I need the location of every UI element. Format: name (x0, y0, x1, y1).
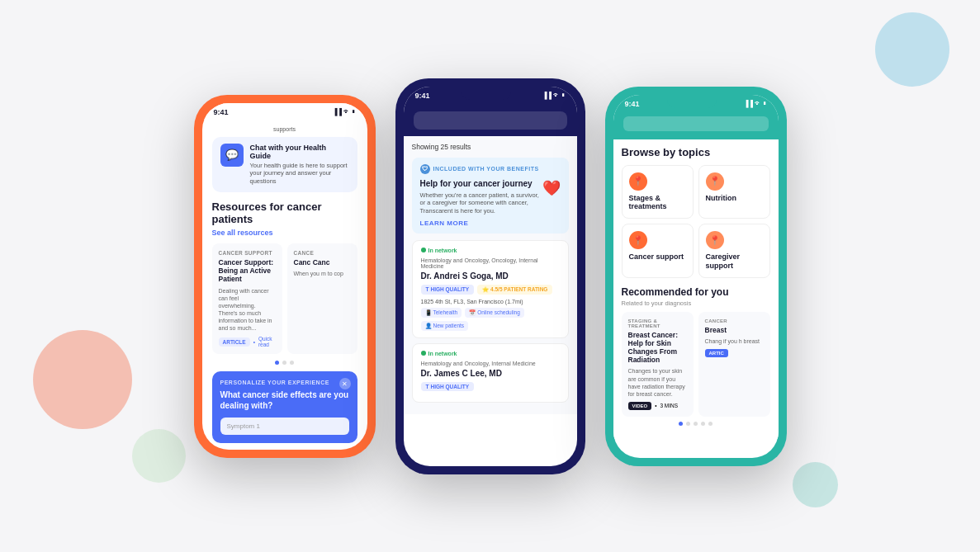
phone-1-status-icons: ▐▐ ᯤ ▮ (333, 108, 356, 116)
article-cards-row: CANCER SUPPORT Cancer Support: Being an … (212, 243, 357, 354)
card-1-title: Cancer Support: Being an Active Patient (219, 258, 276, 284)
rec-pagination-dots (622, 422, 770, 426)
rec-dot-5 (708, 422, 713, 426)
chat-text: Chat with your Health Guide Your health … (250, 144, 349, 186)
rec-card-2-tag: CANCER (705, 318, 764, 323)
rec-dot-2 (686, 422, 690, 426)
benefit-title: Help for your cancer journey (420, 179, 542, 188)
rec-card-1[interactable]: STAGING & TREATMENT Breast Cancer: Help … (622, 312, 694, 417)
topic-card-nutrition[interactable]: 📍 Nutrition (698, 165, 770, 219)
article-card-1[interactable]: CANCER SUPPORT Cancer Support: Being an … (212, 243, 282, 354)
quality-t-icon-2: T (426, 384, 429, 389)
supports-label: supports (212, 126, 357, 132)
heart-icon: ❤️ (542, 179, 561, 197)
recommended-section: Recommended for you Related to your diag… (622, 286, 770, 426)
network-dot-1 (421, 248, 426, 252)
phones-container: 9:41 ▐▐ ᯤ ▮ supports 💬 Chat with your He… (0, 0, 980, 552)
article-card-2[interactable]: CANCE Canc Canc When you m to cop (287, 243, 357, 354)
phone-2-status-icons: ▐▐ ᯤ ▮ (542, 92, 566, 99)
benefit-text: Help for your cancer journey Whether you… (420, 179, 542, 227)
card-1-badge: ARTICLE (219, 337, 250, 347)
in-network-1: In network (421, 248, 560, 253)
doctor-1-address: 1825 4th St, FL3, San Francisco (1.7mi) (421, 299, 560, 304)
close-button[interactable]: ✕ (339, 378, 351, 389)
in-network-2: In network (421, 351, 560, 356)
personalize-tag: PERSONALIZE YOUR EXPERIENCE (220, 380, 349, 385)
rec-dot-3 (694, 422, 698, 426)
network-label-1: In network (428, 248, 457, 253)
cancer-support-icon: 📍 (629, 231, 647, 249)
card-pagination-dots (212, 361, 357, 365)
nutrition-label: Nutrition (706, 194, 763, 203)
feature-new-patients: 👤 New patients (421, 321, 469, 331)
quality-badge-2: T HIGH QUALITY (421, 382, 475, 391)
recommended-subtitle: Related to your diagnosis (622, 300, 770, 307)
phone-2-time: 9:41 (415, 92, 430, 100)
benefit-tag: 🛡 INCLUDED WITH YOUR BENEFITS (420, 164, 561, 174)
rec-dot-4 (701, 422, 705, 426)
search-bar[interactable] (414, 111, 567, 130)
video-duration: 3 MINS (660, 403, 678, 408)
chat-card[interactable]: 💬 Chat with your Health Guide Your healt… (212, 137, 357, 192)
doctor-2-badges: T HIGH QUALITY (421, 382, 560, 391)
card-1-read: • (253, 339, 255, 345)
card-2-title: Canc Canc (294, 258, 351, 267)
doctor-1-features: 📱 Telehealth 📅 Online scheduling 👤 New p… (421, 308, 560, 331)
topics-grid: 📍 Stages & treatments 📍 Nutrition 📍 Canc… (622, 165, 770, 278)
dot-3 (290, 361, 294, 365)
phone-2-header (404, 103, 577, 136)
rec-cards-row: STAGING & TREATMENT Breast Cancer: Help … (622, 312, 770, 417)
phone-1-status-bar: 9:41 ▐▐ ᯤ ▮ (202, 103, 367, 120)
dot-2 (282, 361, 286, 365)
phone-2-screen: 9:41 ▐▐ ᯤ ▮ Showing 25 results 🛡 INCLUDE… (404, 87, 577, 466)
rec-card-2-meta: ARTIC (705, 349, 764, 357)
article-badge: ARTIC (705, 349, 728, 357)
p3-tab-bar (623, 116, 769, 131)
card-1-meta: ARTICLE • Quick read (219, 336, 276, 347)
doctor-card-2[interactable]: In network Hematology and Oncology, Inte… (412, 343, 569, 403)
card-1-desc: Dealing with cancer can feel overwhelmin… (219, 287, 276, 333)
symptom-input[interactable]: Symptom 1 (220, 418, 349, 435)
doctor-1-specialty: Hematology and Oncology, Oncology, Inter… (421, 257, 560, 269)
benefit-desc: Whether you're a cancer patient, a survi… (420, 191, 542, 215)
video-badge: VIDEO (628, 402, 652, 410)
rec-card-1-desc: Changes to your skin are common if you h… (628, 367, 687, 397)
doctor-1-badges: T HIGH QUALITY ⭐ 4.5/5 PATIENT RATING (421, 285, 560, 295)
rec-card-1-meta: VIDEO • 3 MINS (628, 402, 687, 410)
caregiver-label: Caregiver support (706, 252, 763, 271)
benefit-content: Help for your cancer journey Whether you… (420, 179, 561, 227)
personalize-card[interactable]: ✕ PERSONALIZE YOUR EXPERIENCE What cance… (212, 371, 357, 443)
rec-card-2-title: Breast (705, 326, 764, 334)
doctor-card-1[interactable]: In network Hematology and Oncology, Onco… (412, 240, 569, 338)
card-1-tag: CANCER SUPPORT (219, 250, 276, 256)
rec-card-1-tag: STAGING & TREATMENT (628, 318, 687, 328)
topic-card-caregiver[interactable]: 📍 Caregiver support (698, 224, 770, 278)
topic-card-cancer-support[interactable]: 📍 Cancer support (622, 224, 694, 278)
card-1-time: Quick read (258, 336, 276, 347)
personalize-question: What cancer side effects are you dealing… (220, 389, 349, 411)
quality-t-icon: T (426, 286, 429, 292)
rec-card-2-desc: Chang if you h breast (705, 337, 764, 345)
topic-card-stages[interactable]: 📍 Stages & treatments (622, 165, 694, 219)
chat-title: Chat with your Health Guide (250, 144, 349, 160)
network-dot-2 (421, 351, 426, 356)
stages-icon: 📍 (629, 172, 647, 191)
benefit-tag-label: INCLUDED WITH YOUR BENEFITS (433, 166, 539, 172)
results-count: Showing 25 results (412, 143, 569, 151)
benefit-banner[interactable]: 🛡 INCLUDED WITH YOUR BENEFITS Help for y… (412, 158, 569, 234)
quality-badge-1: T HIGH QUALITY (421, 285, 475, 295)
phone-3: 9:41 ▐▐ ᯤ ▮ Browse by topics 📍 Stages & … (605, 87, 787, 466)
phone-3-header (613, 111, 779, 139)
phone-2-body: Showing 25 results 🛡 INCLUDED WITH YOUR … (404, 136, 577, 414)
stages-label: Stages & treatments (629, 194, 686, 212)
feature-scheduling: 📅 Online scheduling (465, 308, 524, 318)
phone-3-screen: 9:41 ▐▐ ᯤ ▮ Browse by topics 📍 Stages & … (613, 95, 779, 458)
learn-more-btn[interactable]: LEARN MORE (420, 219, 542, 227)
see-all-resources[interactable]: See all resources (212, 229, 357, 237)
card-2-tag: CANCE (294, 250, 351, 256)
chat-desc: Your health guide is here to support you… (250, 162, 349, 186)
symptom-placeholder: Symptom 1 (227, 422, 260, 430)
rec-card-2[interactable]: CANCER Breast Chang if you h breast ARTI… (698, 312, 770, 417)
card-2-desc: When you m to cop (294, 270, 351, 277)
phone-1-content: supports 💬 Chat with your Health Guide Y… (202, 120, 367, 450)
